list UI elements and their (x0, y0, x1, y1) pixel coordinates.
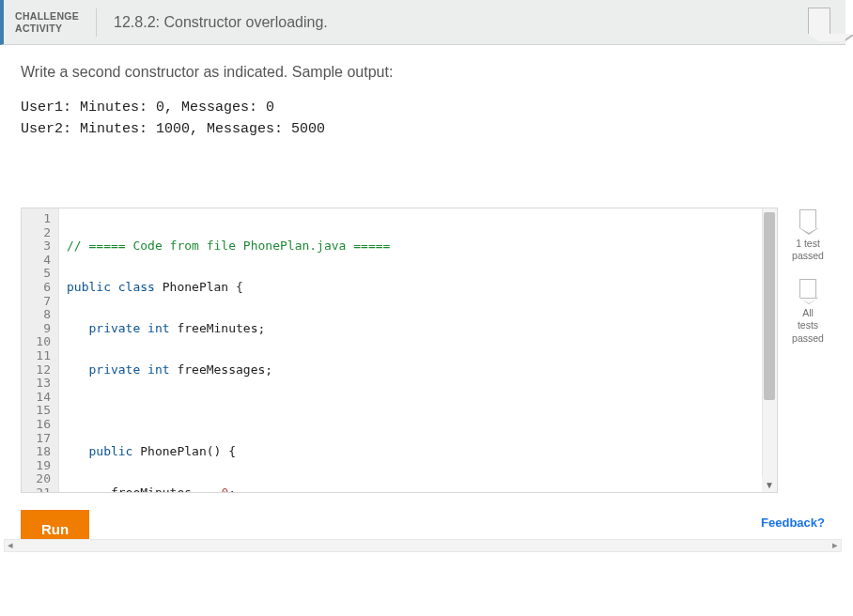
line-number: 10 (25, 335, 51, 349)
code-line: public PhonePlan() { (67, 445, 777, 459)
vertical-scrollbar[interactable]: ▼ (762, 208, 777, 492)
line-number: 11 (25, 349, 51, 363)
line-number: 1 (25, 212, 51, 226)
code-editor[interactable]: 1 2 3 4 5 6 7 8 9 10 11 12 13 14 (21, 208, 778, 493)
shield-icon (799, 209, 816, 228)
line-number: 18 (25, 445, 51, 459)
code-line: // ===== Code from file PhonePlan.java =… (67, 239, 777, 254)
header-divider (96, 8, 97, 37)
scroll-down-icon[interactable]: ▼ (762, 477, 777, 492)
shield-icon (808, 8, 830, 34)
code-line: private int freeMinutes; (67, 322, 777, 336)
line-number: 14 (25, 391, 51, 405)
sample-output: User1: Minutes: 0, Messages: 0 User2: Mi… (21, 98, 825, 140)
challenge-title: 12.8.2: Constructor overloading. (114, 14, 328, 31)
code-line: freeMinutes = 0; (67, 486, 777, 492)
line-number: 7 (25, 295, 51, 309)
editor-row: 1 2 3 4 5 6 7 8 9 10 11 12 13 14 (21, 208, 825, 493)
code-line: private int freeMessages; (67, 363, 777, 377)
line-number: 3 (25, 239, 51, 254)
test-status-sidebar: 1 test passed All tests passed (778, 208, 825, 493)
horizontal-scrollbar[interactable] (4, 539, 842, 552)
line-number: 4 (25, 254, 51, 268)
scrollbar-thumb[interactable] (764, 212, 775, 400)
line-number: 8 (25, 308, 51, 322)
challenge-frame: CHALLENGE ACTIVITY 12.8.2: Constructor o… (0, 0, 845, 558)
challenge-content: Write a second constructor as indicated.… (0, 45, 845, 558)
one-test-passed-label: 1 test passed (791, 238, 825, 262)
line-number: 15 (25, 404, 51, 418)
feedback-link[interactable]: Feedback? (761, 516, 825, 530)
prompt-text: Write a second constructor as indicated.… (21, 64, 825, 81)
code-line (67, 404, 777, 418)
code-area[interactable]: // ===== Code from file PhonePlan.java =… (59, 208, 777, 492)
challenge-header: CHALLENGE ACTIVITY 12.8.2: Constructor o… (0, 0, 845, 45)
challenge-tag-line1: CHALLENGE (15, 10, 79, 22)
shield-icon (799, 279, 816, 298)
line-number: 17 (25, 432, 51, 446)
line-number: 6 (25, 281, 51, 295)
line-number: 19 (25, 459, 51, 473)
page-scroll-container[interactable]: CHALLENGE ACTIVITY 12.8.2: Constructor o… (0, 0, 853, 616)
line-number: 2 (25, 226, 51, 240)
code-line: public class PhonePlan { (67, 281, 777, 295)
line-number: 9 (25, 322, 51, 336)
line-number: 13 (25, 377, 51, 391)
line-number: 20 (25, 472, 51, 486)
all-tests-passed-label: All tests passed (791, 307, 825, 344)
completion-badge (808, 8, 832, 36)
challenge-tag: CHALLENGE ACTIVITY (15, 10, 96, 33)
line-number: 12 (25, 363, 51, 377)
line-number: 21 (25, 486, 51, 492)
challenge-tag-line2: ACTIVITY (15, 23, 79, 34)
gutter: 1 2 3 4 5 6 7 8 9 10 11 12 13 14 (22, 208, 59, 492)
line-number: 5 (25, 267, 51, 281)
line-number: 16 (25, 418, 51, 432)
